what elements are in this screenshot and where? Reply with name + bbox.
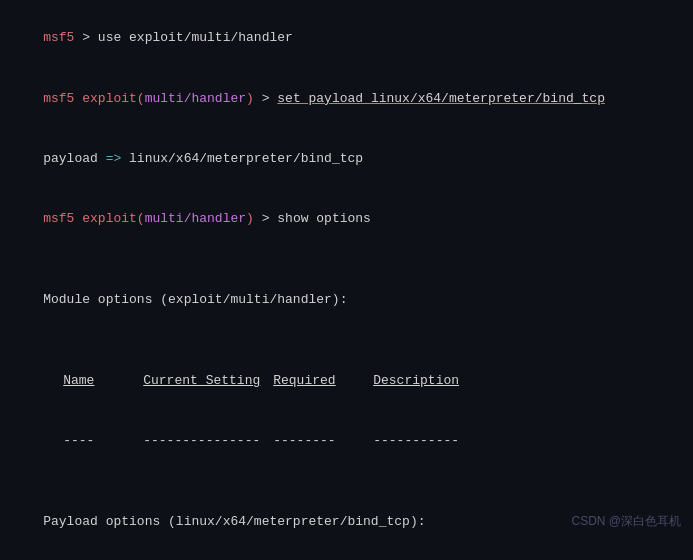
blank-2 [12,330,681,350]
line-1: msf5 > use exploit/multi/handler [12,8,681,68]
blank-4 [12,552,681,560]
watermark: CSDN @深白色耳机 [571,513,681,530]
blank-1 [12,250,681,270]
terminal: msf5 > use exploit/multi/handler msf5 ex… [0,0,693,560]
line-4: msf5 exploit(multi/handler) > show optio… [12,189,681,249]
module-options-title: Module options (exploit/multi/handler): [12,270,681,330]
prompt-msf5-2: msf5 exploit( [43,91,144,106]
module-divider: -------------------------------------- [12,411,681,471]
prompt-msf5: msf5 [43,30,74,45]
line-2: msf5 exploit(multi/handler) > set payloa… [12,68,681,128]
module-header: NameCurrent SettingRequiredDescription [12,350,681,410]
line-3: payload => linux/x64/meterpreter/bind_tc… [12,129,681,189]
blank-3 [12,471,681,491]
